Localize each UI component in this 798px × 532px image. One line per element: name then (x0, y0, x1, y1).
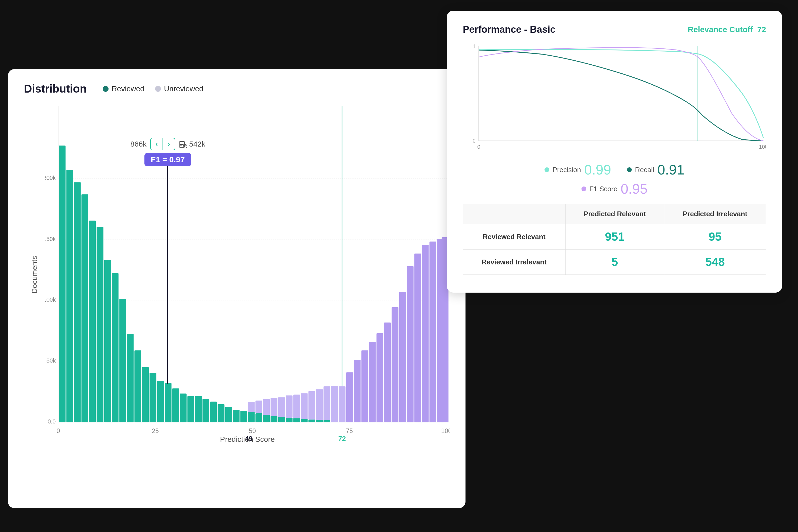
svg-rect-28 (74, 182, 81, 422)
svg-rect-78 (369, 342, 376, 422)
cm-cell-548: 548 (664, 249, 766, 275)
legend-reviewed: Reviewed (103, 84, 145, 93)
svg-text:150k: 150k (45, 236, 56, 242)
performance-svg: 1 0 0 100 (463, 43, 766, 155)
svg-rect-32 (104, 260, 111, 422)
svg-rect-40 (165, 383, 171, 422)
performance-chart: 1 0 0 100 (463, 43, 766, 155)
cm-row-header-1: Reviewed Relevant (463, 224, 566, 249)
svg-rect-53 (255, 413, 262, 422)
svg-rect-29 (81, 194, 88, 422)
nav-left-button[interactable]: ‹ (151, 138, 163, 150)
performance-header: Performance - Basic Relevance Cutoff 72 (463, 24, 766, 35)
relevance-cutoff-label: Relevance Cutoff 72 (688, 25, 766, 34)
svg-rect-52 (248, 402, 254, 412)
precision-value: 0.99 (584, 163, 611, 177)
svg-text:100k: 100k (45, 296, 56, 303)
svg-rect-39 (157, 381, 164, 422)
performance-title: Performance - Basic (463, 24, 555, 35)
relevance-cutoff-value: 72 (757, 25, 766, 34)
recall-value: 0.91 (658, 163, 684, 177)
f1-controls: 866k ‹ › 542k (130, 138, 205, 150)
svg-text:50: 50 (249, 427, 256, 434)
svg-rect-62 (286, 396, 292, 418)
svg-text:100: 100 (759, 144, 766, 150)
svg-rect-51 (248, 412, 254, 422)
bars-chart: 0.0 50k 100k 150k 200k 0 25 50 49 75 100 (45, 106, 450, 444)
svg-rect-33 (112, 273, 118, 422)
unreviewed-dot (155, 86, 161, 92)
svg-rect-47 (217, 404, 224, 422)
count-right: 542k (179, 140, 205, 148)
svg-text:100: 100 (441, 427, 450, 434)
svg-text:1: 1 (473, 43, 476, 49)
legend-unreviewed: Unreviewed (155, 84, 204, 93)
recall-metric: Recall 0.91 (627, 163, 684, 177)
svg-rect-30 (89, 221, 96, 422)
svg-rect-69 (316, 420, 323, 422)
svg-text:72: 72 (338, 435, 346, 442)
x-axis-label: Prediction Score (220, 435, 274, 444)
distribution-chart-area: Documents 866k ‹ › 542k F1 = 0.97 (24, 106, 450, 465)
distribution-header: Distribution Reviewed Unreviewed (24, 82, 450, 95)
f1-label-group: F1 = 0.97 (130, 153, 205, 384)
svg-text:25: 25 (152, 427, 159, 434)
cutoff-nav[interactable]: ‹ › (150, 138, 175, 150)
svg-rect-49 (233, 410, 240, 422)
svg-rect-42 (180, 394, 187, 422)
svg-rect-82 (399, 292, 406, 422)
svg-text:0: 0 (477, 144, 480, 150)
svg-rect-34 (119, 299, 126, 422)
unreviewed-label: Unreviewed (164, 84, 204, 93)
svg-rect-79 (376, 333, 383, 422)
svg-rect-54 (255, 401, 262, 413)
svg-rect-75 (346, 373, 353, 422)
svg-rect-86 (429, 242, 436, 422)
confusion-matrix: Predicted Relevant Predicted Irrelevant … (463, 204, 766, 275)
svg-rect-84 (414, 253, 421, 422)
svg-rect-56 (263, 399, 270, 415)
svg-text:0.0: 0.0 (48, 418, 56, 425)
nav-right-button[interactable]: › (163, 138, 175, 150)
cm-cell-95: 95 (664, 224, 766, 249)
cm-empty-header (463, 204, 566, 224)
legend: Reviewed Unreviewed (103, 84, 204, 93)
distribution-title: Distribution (24, 82, 87, 95)
svg-rect-77 (361, 350, 368, 422)
chart-inner: 866k ‹ › 542k F1 = 0.97 (45, 106, 450, 444)
reviewed-dot (103, 86, 109, 92)
performance-card: Performance - Basic Relevance Cutoff 72 … (447, 11, 782, 292)
svg-text:0: 0 (56, 427, 60, 434)
cm-predicted-irrelevant-header: Predicted Irrelevant (664, 204, 766, 224)
svg-rect-68 (308, 391, 315, 419)
precision-label: Precision (552, 166, 581, 174)
metrics-row: Precision 0.99 Recall 0.91 (463, 163, 766, 177)
svg-rect-65 (301, 419, 307, 422)
svg-rect-45 (203, 399, 209, 422)
svg-rect-70 (316, 389, 323, 420)
recall-label: Recall (635, 166, 654, 174)
svg-rect-64 (293, 395, 300, 418)
f1-value: 0.95 (621, 182, 647, 196)
distribution-card: Distribution Reviewed Unreviewed Documen… (8, 69, 466, 508)
svg-rect-44 (195, 396, 202, 422)
svg-rect-46 (210, 402, 217, 422)
cm-row-reviewed-irrelevant: Reviewed Irrelevant 5 548 (463, 249, 766, 275)
svg-rect-43 (187, 396, 194, 422)
f1-box: F1 = 0.97 (145, 153, 191, 166)
f1-vertical-line (167, 166, 168, 384)
svg-rect-26 (59, 146, 65, 422)
f1-score-row: F1 Score 0.95 (463, 182, 766, 196)
svg-text:50k: 50k (46, 357, 56, 364)
svg-rect-58 (270, 398, 277, 416)
f1-label: F1 Score (589, 185, 618, 193)
f1-annotation: 866k ‹ › 542k F1 = 0.97 (130, 138, 205, 384)
svg-rect-74 (339, 386, 345, 422)
cm-row-reviewed-relevant: Reviewed Relevant 951 95 (463, 224, 766, 249)
svg-rect-81 (392, 307, 398, 422)
svg-rect-85 (422, 245, 429, 422)
svg-rect-63 (293, 418, 300, 422)
f1-metric: F1 Score 0.95 (582, 182, 648, 196)
cm-cell-951: 951 (565, 224, 664, 249)
count-left: 866k (130, 140, 147, 148)
